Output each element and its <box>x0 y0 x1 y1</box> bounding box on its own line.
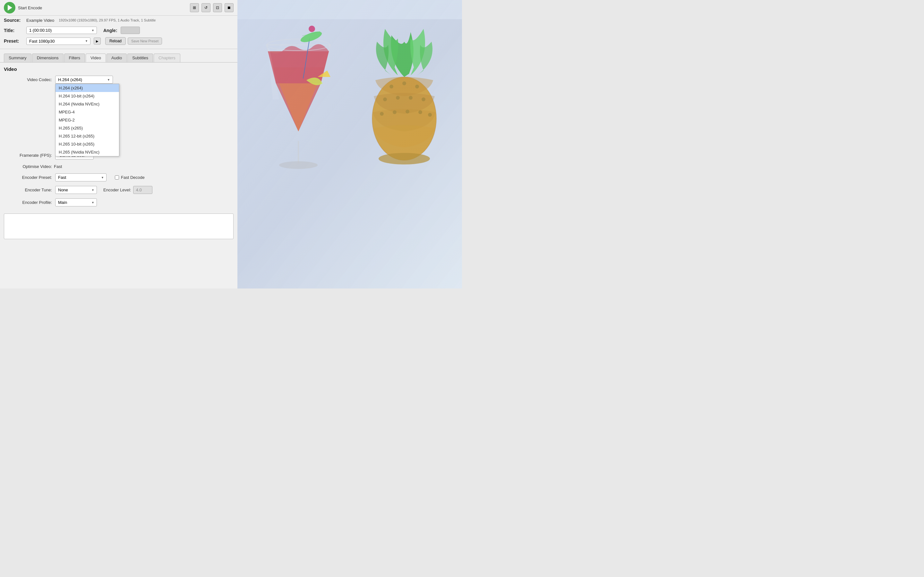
svg-point-12 <box>383 97 387 101</box>
tab-subtitles[interactable]: Subtitles <box>128 53 153 62</box>
tab-chapters[interactable]: Chapters <box>153 53 180 62</box>
cocktail-glass <box>247 19 350 179</box>
encoder-profile-select-wrapper[interactable]: Main <box>55 198 97 206</box>
play-icon <box>8 5 12 11</box>
codec-option-mpeg4[interactable]: MPEG-4 <box>55 108 119 116</box>
framerate-label: Framerate (FPS): <box>4 153 52 158</box>
encoder-level-label: Encoder Level: <box>103 187 131 192</box>
codec-option-h265-12bit[interactable]: H.265 12-bit (x265) <box>55 132 119 140</box>
svg-point-17 <box>393 110 397 114</box>
save-preset-button[interactable]: Save New Preset <box>128 37 162 45</box>
angle-label: Angle: <box>103 28 118 33</box>
source-info: 1920x1080 (1920x1080), 29.97 FPS, 1 Audi… <box>59 18 156 22</box>
preset-row: Preset: Fast 1080p30 ▶ Reload Save New P… <box>0 36 237 46</box>
svg-point-18 <box>405 110 409 113</box>
toolbar-icon-1[interactable]: ⊞ <box>190 3 199 12</box>
toolbar-icon-2[interactable]: ↺ <box>202 3 210 12</box>
codec-option-h265-10bit[interactable]: H.265 10-bit (x265) <box>55 140 119 148</box>
encoder-level-input[interactable] <box>133 186 152 194</box>
title-select-wrapper <box>26 27 97 34</box>
encoder-profile-select[interactable]: Main <box>55 198 97 206</box>
svg-point-20 <box>428 113 432 117</box>
title-row: Title: Angle: <box>0 25 237 36</box>
video-section-title: Video <box>4 66 234 72</box>
encoder-preset-select-wrapper[interactable]: Fast <box>55 173 107 181</box>
encoder-preset-label: Encoder Preset: <box>4 175 52 180</box>
content-area: Video Video Codec: H.264 (x264) H.264 (x… <box>0 63 237 244</box>
encoder-preset-row: Encoder Preset: Fast Fast Decode <box>4 173 234 181</box>
preset-select-wrapper[interactable]: Fast 1080p30 <box>26 37 90 45</box>
encoder-profile-label: Encoder Profile: <box>4 200 52 205</box>
codec-select-display[interactable]: H.264 (x264) <box>55 76 113 84</box>
start-encode-button[interactable] <box>4 2 15 13</box>
svg-point-13 <box>396 96 400 100</box>
tab-summary[interactable]: Summary <box>4 53 31 62</box>
svg-point-14 <box>409 96 413 100</box>
source-label: Source: <box>4 18 23 23</box>
svg-point-16 <box>380 112 384 116</box>
codec-option-h264-nvenc[interactable]: H.264 (Nvidia NVEnc) <box>55 100 119 108</box>
title-label: Title: <box>4 28 23 33</box>
optimise-video-row: Optimise Video: Fast <box>4 164 234 169</box>
encoder-profile-row: Encoder Profile: Main <box>4 198 234 206</box>
reload-button[interactable]: Reload <box>105 37 126 45</box>
codec-row: Video Codec: H.264 (x264) H.264 (x264) H… <box>4 76 234 84</box>
svg-point-19 <box>418 110 422 114</box>
tab-dimensions[interactable]: Dimensions <box>32 53 63 62</box>
angle-input[interactable] <box>121 27 140 34</box>
codec-option-h265[interactable]: H.265 (x265) <box>55 124 119 132</box>
fast-decode-row: Fast Decode <box>115 175 145 180</box>
codec-option-mpeg2[interactable]: MPEG-2 <box>55 116 119 124</box>
svg-point-1 <box>279 161 318 169</box>
source-value: Example Video <box>26 18 54 23</box>
codec-option-h264[interactable]: H.264 (x264) <box>55 84 119 92</box>
app-window: Start Encode ⊞ ↺ ⊡ ⏹ Source: Example Vid… <box>0 0 237 288</box>
codec-label: Video Codec: <box>4 77 52 82</box>
codec-option-h264-10bit[interactable]: H.264 10-bit (x264) <box>55 92 119 100</box>
toolbar-icon-3[interactable]: ⊡ <box>213 3 222 12</box>
title-input[interactable] <box>26 27 97 34</box>
optimise-label: Optimise Video: <box>4 164 52 169</box>
svg-point-15 <box>422 97 425 101</box>
preset-select[interactable]: Fast 1080p30 <box>26 37 90 45</box>
toolbar-icon-4[interactable]: ⏹ <box>225 3 234 12</box>
fast-decode-checkbox[interactable] <box>115 175 119 179</box>
svg-point-9 <box>389 85 393 89</box>
source-row: Source: Example Video 1920x1080 (1920x10… <box>0 16 237 25</box>
preview-area <box>237 0 462 288</box>
encoder-tune-row: Encoder Tune: None Encoder Level: <box>4 186 234 194</box>
preset-expand-button[interactable]: ▶ <box>94 37 101 45</box>
tab-video[interactable]: Video <box>86 53 106 62</box>
top-controls-bar: Start Encode ⊞ ↺ ⊡ ⏹ <box>0 0 237 16</box>
codec-dropdown-menu: H.264 (x264) H.264 10-bit (x264) H.264 (… <box>55 84 120 156</box>
tabs-bar: Summary Dimensions Filters Video Audio S… <box>0 52 237 63</box>
codec-option-h265-nvenc[interactable]: H.265 (Nvidia NVEnc) <box>55 148 119 156</box>
svg-point-11 <box>415 85 419 89</box>
optimise-fast-text: Fast <box>54 164 62 169</box>
action-buttons: Reload Save New Preset <box>105 37 162 45</box>
tab-filters[interactable]: Filters <box>64 53 85 62</box>
tab-audio[interactable]: Audio <box>107 53 127 62</box>
pineapple <box>359 16 449 183</box>
svg-point-10 <box>402 81 406 85</box>
encoder-tune-select[interactable]: None <box>55 186 97 194</box>
encoder-preset-select[interactable]: Fast <box>55 173 107 181</box>
svg-point-6 <box>309 26 315 32</box>
encoder-tune-label: Encoder Tune: <box>4 187 52 192</box>
svg-point-21 <box>379 153 430 164</box>
codec-dropdown-wrapper[interactable]: H.264 (x264) H.264 (x264) H.264 10-bit (… <box>55 76 113 84</box>
fast-decode-label: Fast Decode <box>121 175 145 180</box>
encoder-level-row: Encoder Level: <box>103 186 152 194</box>
preset-label: Preset: <box>4 39 23 44</box>
extra-options-textarea[interactable] <box>4 213 234 239</box>
encoder-tune-select-wrapper[interactable]: None <box>55 186 97 194</box>
start-encode-label: Start Encode <box>18 5 42 10</box>
